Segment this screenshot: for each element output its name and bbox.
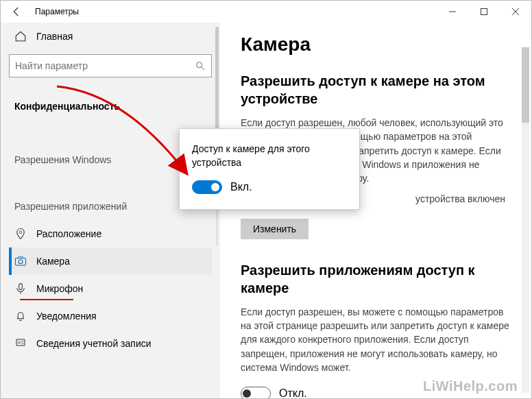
sidebar-item-label: Расположение bbox=[36, 228, 101, 239]
change-button[interactable]: Изменить bbox=[241, 219, 309, 239]
sidebar-home-label: Главная bbox=[36, 31, 73, 42]
back-button[interactable] bbox=[1, 1, 32, 23]
maximize-icon bbox=[480, 8, 488, 16]
annotation-underline bbox=[20, 299, 73, 300]
camera-icon bbox=[14, 255, 27, 267]
home-icon bbox=[14, 30, 27, 43]
sidebar-item-microphone[interactable]: Микрофон bbox=[9, 275, 212, 302]
sidebar-item-account[interactable]: Сведения учетной записи bbox=[9, 330, 212, 357]
svg-rect-1 bbox=[481, 9, 487, 15]
content: Камера Разрешить доступ к камере на этом… bbox=[220, 23, 531, 398]
apps-toggle-label: Откл. bbox=[279, 387, 307, 398]
popup-text: Доступ к камере для этого устройства bbox=[192, 143, 347, 169]
microphone-icon bbox=[14, 282, 27, 295]
arrow-left-icon bbox=[10, 5, 23, 18]
close-icon bbox=[511, 8, 520, 16]
sidebar-item-camera[interactable]: Камера bbox=[9, 247, 212, 275]
search-input[interactable] bbox=[9, 54, 212, 77]
page-title: Камера bbox=[241, 34, 511, 56]
section2-title: Разрешить приложениям доступ к камере bbox=[241, 261, 511, 297]
svg-rect-5 bbox=[16, 258, 26, 266]
svg-point-10 bbox=[18, 341, 20, 343]
sidebar-item-label: Микрофон bbox=[36, 283, 83, 294]
location-icon bbox=[14, 228, 27, 240]
popup-toggle-label: Вкл. bbox=[230, 181, 252, 193]
sidebar-item-label: Камера bbox=[36, 256, 70, 267]
minimize-icon bbox=[448, 8, 457, 16]
svg-rect-8 bbox=[19, 284, 23, 290]
svg-point-2 bbox=[197, 62, 202, 68]
camera-access-popup: Доступ к камере для этого устройства Вкл… bbox=[179, 128, 360, 210]
watermark: LiWiHelp.com bbox=[423, 378, 518, 394]
popup-toggle-row: Вкл. bbox=[192, 180, 347, 194]
close-button[interactable] bbox=[500, 1, 531, 23]
svg-rect-7 bbox=[19, 256, 23, 258]
apps-access-toggle[interactable] bbox=[241, 387, 271, 398]
account-icon bbox=[14, 337, 27, 350]
maximize-button[interactable] bbox=[468, 1, 500, 23]
section2-body: Если доступ разрешен, вы можете с помощь… bbox=[241, 305, 511, 374]
window-controls bbox=[437, 1, 531, 23]
sidebar-item-notifications[interactable]: Уведомления bbox=[9, 302, 212, 330]
sidebar: Главная Конфиденциальность Разрешения Wi… bbox=[1, 23, 220, 398]
section1-title: Разрешить доступ к камере на этом устрой… bbox=[241, 72, 511, 108]
svg-point-6 bbox=[19, 260, 23, 264]
sidebar-item-location[interactable]: Расположение bbox=[9, 220, 212, 247]
window-title: Параметры bbox=[35, 7, 79, 16]
svg-rect-9 bbox=[16, 339, 25, 346]
sidebar-section-current: Конфиденциальность bbox=[9, 84, 212, 120]
search-icon bbox=[195, 60, 206, 71]
sidebar-home[interactable]: Главная bbox=[9, 23, 212, 50]
svg-point-4 bbox=[19, 231, 22, 234]
device-camera-toggle[interactable] bbox=[192, 180, 222, 194]
search-field[interactable] bbox=[15, 60, 195, 71]
sidebar-item-label: Уведомления bbox=[36, 311, 97, 322]
bell-icon bbox=[14, 310, 27, 322]
minimize-button[interactable] bbox=[437, 1, 468, 23]
svg-line-3 bbox=[202, 67, 204, 70]
titlebar: Параметры bbox=[1, 1, 531, 23]
sidebar-item-label: Сведения учетной записи bbox=[36, 338, 152, 349]
content-scrollbar-thumb[interactable] bbox=[522, 47, 529, 123]
